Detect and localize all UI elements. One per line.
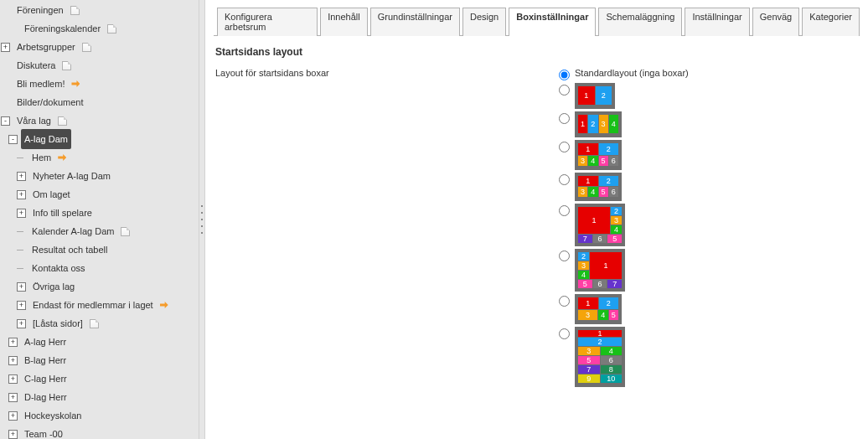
layout-options: Standardlayout (inga boxar)1212341234561… [559,68,858,390]
page-icon [121,227,130,236]
tab[interactable]: Boxinställningar [509,8,596,36]
tree-item-label: Diskutera [13,55,59,75]
tab[interactable]: Inställningar [685,8,749,36]
tree-item-label: Nyheter A-lag Dam [29,166,114,186]
layout-option[interactable]: 12 [559,83,858,109]
tree-item-label: Hockeyskolan [21,405,85,426]
layout-radio[interactable] [559,296,570,307]
tree-item[interactable]: +A-lag Herr [0,333,199,351]
section-title: Startsidans layout [215,46,860,58]
layout-thumbnail: 12 [575,83,615,109]
page-icon [90,319,99,328]
expand-icon[interactable]: + [8,356,18,365]
tree-item[interactable]: Hem [0,148,199,167]
tab[interactable]: Innehåll [320,8,368,36]
tree-item-label: Info till spelare [29,203,96,223]
layout-radio[interactable] [559,142,570,152]
layout-thumbnail: 12345 [575,294,622,324]
main-panel: Konfigurera arbetsrumInnehållGrundinstäl… [205,0,868,439]
tree-item[interactable]: +Nyheter A-lag Dam [0,167,199,185]
tree-item[interactable]: +Team -00 [0,425,199,439]
layout-thumbnail: 1234 [575,111,622,137]
layout-option-text: Standardlayout (inga boxar) [575,68,689,78]
tree-item[interactable]: Bli medlem! [0,75,199,93]
layout-option[interactable]: 1234765 [559,204,858,246]
tree-item[interactable]: Kalender A-lag Dam [0,222,199,240]
tree-item-label: Arbetsgrupper [13,37,79,57]
expand-icon[interactable]: + [17,282,26,292]
tree-item-label: A-lag Herr [21,332,70,352]
layout-radio[interactable] [559,328,570,339]
layout-option[interactable]: 12345 [559,294,858,324]
collapse-icon[interactable]: - [1,116,10,126]
tab[interactable]: Design [462,8,506,36]
layout-option[interactable]: 123456 [559,140,858,170]
tree-item[interactable]: +Om laget [0,185,199,204]
tab[interactable]: Schemaläggning [598,8,682,36]
layout-option[interactable]: 2341567 [559,249,858,292]
tree-item[interactable]: Kontakta oss [0,259,199,277]
collapse-icon[interactable]: - [8,135,18,144]
expand-icon[interactable]: + [8,374,18,384]
tree-item[interactable]: +D-lag Herr [0,388,199,406]
expand-icon[interactable]: + [8,411,18,421]
tree-item-label: Resultat och tabell [28,240,111,260]
tree-item-label: D-lag Herr [21,387,70,407]
tree-item[interactable]: -Våra lag [0,111,199,130]
tree-item[interactable]: +B-lag Herr [0,351,199,369]
layout-option[interactable]: 1234 [559,111,858,137]
tree-item-label: Bilder/dokument [13,92,87,112]
tree-item-label: A-lag Dam [21,129,71,149]
layout-radio[interactable] [559,85,570,96]
tree-item[interactable]: +Hockeyskolan [0,406,199,425]
tree-branch-icon [17,245,25,255]
tree-branch-icon [17,227,25,236]
layout-thumbnail: 1234765 [575,204,625,246]
link-icon [71,80,80,87]
expand-icon[interactable]: + [17,209,26,218]
tab[interactable]: Kategorier [802,8,860,36]
expand-icon[interactable]: + [17,172,26,181]
layout-option[interactable]: 12345678910 [559,327,858,387]
tree-item[interactable]: Diskutera [0,56,199,75]
expand-icon[interactable]: + [17,190,26,199]
layout-option[interactable]: Standardlayout (inga boxar) [559,68,858,80]
layout-option[interactable]: 123456 [559,173,858,201]
layout-thumbnail: 123456 [575,173,622,201]
layout-radio[interactable] [559,174,570,185]
tree-item[interactable]: +[Låsta sidor] [0,314,199,333]
link-icon [160,302,168,308]
layout-radio[interactable] [559,250,570,261]
tab[interactable]: Konfigurera arbetsrum [217,8,318,36]
page-icon [82,43,91,52]
expand-icon[interactable]: + [1,43,10,52]
expand-icon[interactable]: + [8,338,18,347]
tree-item-label: Team -00 [21,424,66,439]
layout-thumbnail: 2341567 [575,249,625,292]
tree-item[interactable]: +Arbetsgrupper [0,38,199,56]
layout-thumbnail: 12345678910 [575,327,625,387]
layout-radio[interactable] [559,113,570,124]
tree-item-label: [Låsta sidor] [29,313,86,333]
page-icon [70,6,80,15]
expand-icon[interactable]: + [17,301,26,310]
splitter[interactable] [199,0,205,439]
tree-item[interactable]: -A-lag Dam [0,130,199,148]
layout-radio[interactable] [559,70,570,80]
tab[interactable]: Genväg [752,8,800,36]
tab[interactable]: Grundinställningar [370,8,460,36]
tree-item[interactable]: +Info till spelare [0,204,199,222]
expand-icon[interactable]: + [17,319,26,328]
layout-radio[interactable] [559,205,570,216]
expand-icon[interactable]: + [8,430,18,439]
expand-icon[interactable]: + [8,393,18,402]
link-icon [58,154,66,161]
tree-item[interactable]: Föreningen [0,1,199,19]
tree-item[interactable]: +C-lag Herr [0,369,199,388]
tree-item[interactable]: +Endast för medlemmar i laget [0,296,199,314]
setting-label: Layout för startsidans boxar [215,68,559,390]
tree-item[interactable]: Bilder/dokument [0,93,199,111]
tree-item[interactable]: Resultat och tabell [0,240,199,259]
tree-item[interactable]: +Övriga lag [0,277,199,296]
tree-item[interactable]: Föreningskalender [0,19,199,38]
